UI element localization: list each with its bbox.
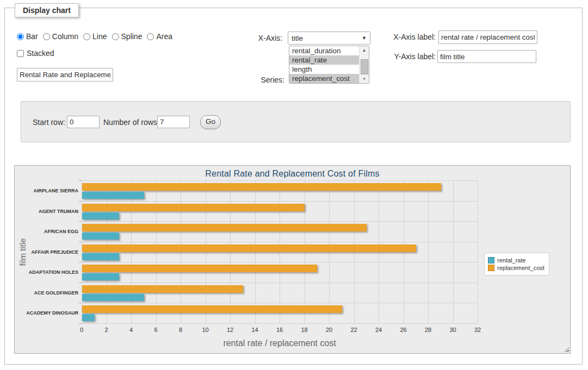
x-tick-label: 10	[197, 327, 214, 333]
horizontal-gridline	[82, 323, 478, 324]
x-tick-label: 16	[271, 327, 288, 333]
legend-label: replacement_cost	[497, 265, 544, 271]
chart-type-option-spline: Spline	[112, 32, 143, 41]
chart-type-label: Column	[52, 32, 78, 41]
bar-rental_rate[interactable]	[82, 212, 119, 220]
bar-rental_rate[interactable]	[82, 192, 144, 199]
x-tick-label: 30	[445, 327, 461, 333]
start-row-label: Start row:	[33, 118, 65, 127]
bar-replacement_cost[interactable]	[82, 183, 441, 191]
x-tick-label: 6	[148, 327, 164, 333]
legend-swatch-icon	[488, 257, 494, 264]
x-tick-label: 2	[98, 327, 115, 333]
chart-type-radio-bar[interactable]	[17, 33, 24, 40]
x-tick-label: 22	[346, 327, 362, 333]
chart-type-option-area: Area	[147, 32, 172, 41]
y-axis-tick	[79, 180, 82, 181]
chart-type-radio-column[interactable]	[43, 33, 50, 40]
bar-replacement_cost[interactable]	[82, 285, 243, 293]
bar-rental_rate[interactable]	[82, 294, 144, 301]
horizontal-gridline	[82, 201, 478, 202]
x-tick-label: 4	[123, 327, 139, 333]
bar-rental_rate[interactable]	[82, 314, 95, 321]
bar-rental_rate[interactable]	[82, 253, 119, 260]
x-axis-selected-value: title	[292, 34, 303, 42]
chart-title-input[interactable]	[17, 68, 113, 81]
vertical-gridline	[478, 180, 478, 323]
x-tick-label: 26	[395, 327, 412, 333]
y-axis-tick	[79, 262, 82, 262]
category-label: ACE GOLDFINGER	[15, 290, 78, 296]
y-axis-tick	[79, 323, 82, 324]
number-of-rows-label: Number of rows:	[103, 118, 159, 127]
legend-swatch-icon	[488, 265, 494, 271]
legend-item-replacement_cost[interactable]: replacement_cost	[488, 265, 544, 271]
scroll-down-icon[interactable]: ▼	[360, 75, 369, 83]
resize-handle-icon[interactable]	[563, 346, 569, 352]
series-option-replacement_cost[interactable]: replacement_cost	[289, 74, 360, 83]
chart-type-option-line: Line	[83, 32, 107, 41]
x-axis-label-input[interactable]	[438, 30, 537, 44]
horizontal-gridline	[82, 262, 478, 262]
chart-type-label: Area	[156, 32, 172, 41]
stacked-checkbox[interactable]	[17, 50, 24, 57]
category-label: ACADEMY DINOSAUR	[15, 310, 78, 316]
bar-replacement_cost[interactable]	[82, 244, 416, 252]
x-tick-label: 20	[321, 327, 337, 333]
series-option-rental_duration[interactable]: rental_duration	[289, 46, 360, 55]
chart-type-label: Spline	[121, 32, 143, 41]
chart-legend: rental_ratereplacement_cost	[484, 253, 549, 275]
y-axis-tick	[79, 201, 82, 202]
x-tick-label: 14	[247, 327, 263, 333]
scrollbar-thumb[interactable]	[361, 59, 368, 74]
chart-type-label: Line	[92, 32, 107, 41]
chart-type-option-column: Column	[43, 32, 78, 41]
bar-replacement_cost[interactable]	[82, 224, 367, 231]
y-axis-title: film title	[18, 217, 28, 287]
horizontal-gridline	[82, 303, 478, 303]
horizontal-gridline	[82, 221, 478, 222]
series-options: rental_durationrental_ratelengthreplacem…	[289, 46, 360, 83]
bar-replacement_cost[interactable]	[82, 265, 317, 272]
stacked-label: Stacked	[27, 49, 54, 58]
chart-type-label: Bar	[26, 32, 38, 41]
x-tick-label: 18	[296, 327, 313, 333]
x-tick-label: 32	[469, 327, 486, 333]
y-axis-tick	[79, 283, 82, 283]
x-axis-label-caption: X-Axis label:	[353, 33, 436, 41]
chart-title: Rental Rate and Replacement Cost of Film…	[15, 169, 570, 179]
bar-rental_rate[interactable]	[82, 273, 119, 280]
x-tick-label: 8	[172, 327, 189, 333]
bar-replacement_cost[interactable]	[82, 204, 305, 211]
horizontal-gridline	[82, 283, 478, 283]
y-axis-tick	[79, 221, 82, 222]
chart-type-radio-spline[interactable]	[112, 33, 119, 40]
x-tick-label: 0	[73, 327, 90, 333]
chart-type-radio-line[interactable]	[83, 33, 90, 40]
series-option-rental_rate[interactable]: rental_rate	[289, 55, 360, 65]
legend-item-rental_rate[interactable]: rental_rate	[488, 257, 544, 264]
category-label: AGENT TRUMAN	[15, 209, 78, 214]
x-tick-label: 24	[370, 327, 387, 333]
y-axis-label-caption: Y-Axis label:	[353, 52, 436, 61]
go-button[interactable]: Go	[200, 115, 221, 129]
start-row-input[interactable]	[67, 116, 100, 128]
bar-replacement_cost[interactable]	[82, 305, 342, 313]
y-axis-label-input[interactable]	[437, 50, 536, 63]
horizontal-gridline	[82, 242, 478, 242]
number-of-rows-input[interactable]	[157, 116, 190, 128]
series-option-length[interactable]: length	[289, 65, 360, 74]
legend-label: rental_rate	[497, 257, 526, 264]
horizontal-gridline	[82, 180, 478, 181]
chart-type-radio-area[interactable]	[147, 33, 154, 40]
chart-type-option-bar: Bar	[17, 32, 38, 41]
x-axis-select-label: X-Axis:	[246, 34, 282, 42]
series-select-label: Series:	[246, 76, 284, 84]
bar-rental_rate[interactable]	[82, 233, 119, 240]
row-controls-panel: Start row: Number of rows: Go	[21, 101, 571, 142]
chart-type-radio-group: BarColumnLineSplineArea	[17, 32, 177, 41]
y-axis-tick	[79, 303, 82, 303]
x-axis-title: rental rate / replacement cost	[82, 338, 478, 348]
series-multiselect[interactable]: rental_durationrental_ratelengthreplacem…	[289, 46, 369, 84]
x-tick-label: 28	[420, 327, 436, 333]
